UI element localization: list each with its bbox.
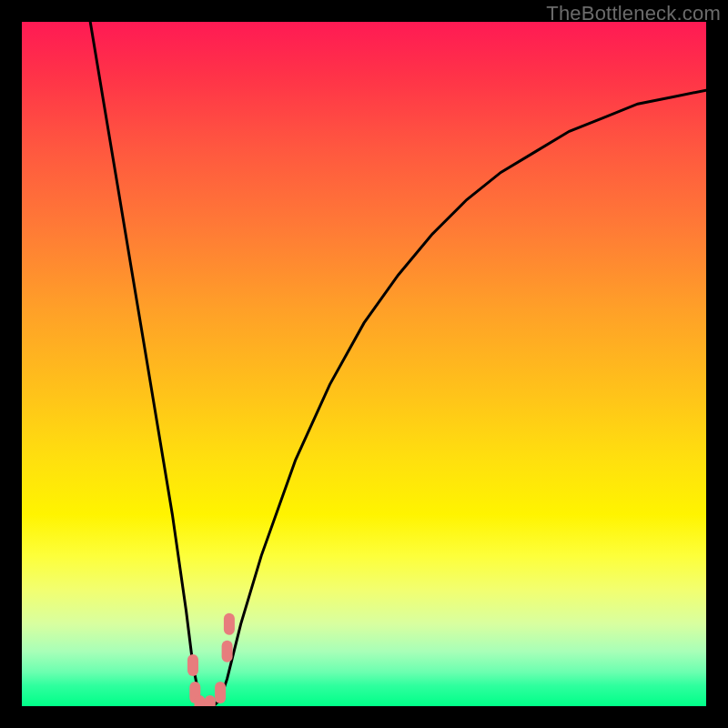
chart-frame	[22, 22, 706, 706]
trough-marker-left	[187, 654, 198, 676]
trough-marker-right2	[215, 682, 226, 703]
watermark-label: TheBottleneck.com	[546, 2, 721, 25]
trough-marker-right	[222, 641, 233, 662]
chart-svg	[22, 22, 706, 706]
trough-marker-mid1	[195, 695, 206, 706]
trough-markers-group	[187, 613, 235, 706]
bottleneck-curve-path	[90, 22, 706, 706]
trough-marker-mid2	[205, 695, 216, 706]
trough-marker-right3	[224, 613, 235, 635]
